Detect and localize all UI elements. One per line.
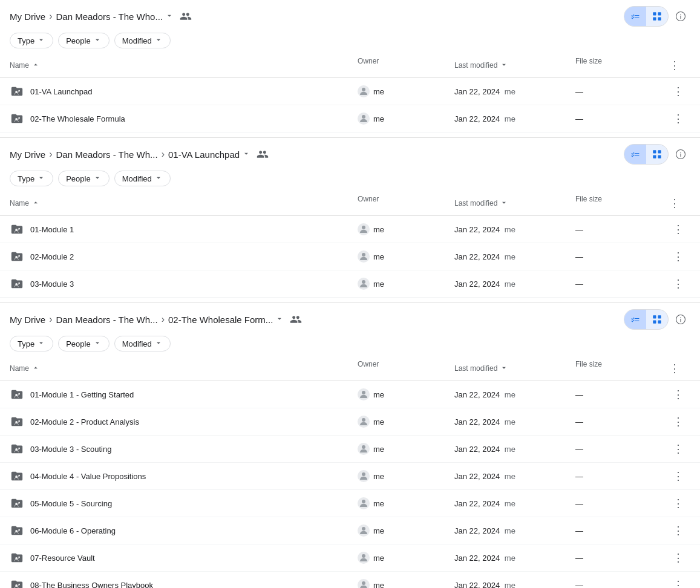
file-name: 01-VA Launchpad <box>30 87 92 96</box>
table-row[interactable]: 02-The Wholesale Formula me Jan 22, 2024… <box>0 105 700 132</box>
grid-view-button[interactable] <box>646 145 668 164</box>
owner-name: me <box>373 417 384 426</box>
breadcrumb-current[interactable]: 02-The Wholesale Form... <box>168 315 284 325</box>
type-filter-button[interactable]: Type <box>10 33 53 48</box>
list-view-button[interactable] <box>624 145 646 164</box>
cell-modified: Jan 22, 2024 me <box>454 87 575 96</box>
breadcrumb-part-1[interactable]: Dan Meadors - The Wh... <box>56 149 158 160</box>
cell-name: 02-Module 2 - Product Analysis <box>10 414 358 429</box>
table-row[interactable]: 01-Module 1 me Jan 22, 2024 me — ⋮ <box>0 216 700 243</box>
type-filter-button[interactable]: Type <box>10 171 53 186</box>
column-modified[interactable]: Last modified <box>454 57 575 74</box>
list-view-button[interactable] <box>624 7 646 26</box>
table-row[interactable]: 03-Module 3 me Jan 22, 2024 me — ⋮ <box>0 270 700 298</box>
breadcrumb-part-1[interactable]: Dan Meadors - The Wh... <box>56 315 158 325</box>
more-options-button[interactable]: ⋮ <box>670 386 687 403</box>
more-options-button[interactable]: ⋮ <box>670 522 687 539</box>
more-options-button[interactable]: ⋮ <box>670 468 687 485</box>
cell-filesize: — <box>575 279 666 289</box>
modified-filter-button[interactable]: Modified <box>114 336 171 351</box>
grid-view-button[interactable] <box>646 7 668 26</box>
table-row[interactable]: 05-Module 5 - Sourcing me Jan 22, 2024 m… <box>0 490 700 517</box>
more-options-button[interactable]: ⋮ <box>670 413 687 430</box>
more-options-button[interactable]: ⋮ <box>670 221 687 238</box>
info-button[interactable] <box>671 310 690 329</box>
column-name[interactable]: Name <box>10 360 358 377</box>
table-row[interactable]: 01-Module 1 - Getting Started me Jan 22,… <box>0 381 700 408</box>
breadcrumb-part-0[interactable]: My Drive <box>10 11 45 22</box>
modified-filter-button[interactable]: Modified <box>114 171 171 186</box>
more-options-button[interactable]: ⋮ <box>670 248 687 265</box>
sort-icon <box>31 60 40 71</box>
svg-point-55 <box>18 502 20 504</box>
column-actions: ⋮ <box>666 360 690 377</box>
header-more-button[interactable]: ⋮ <box>666 360 683 377</box>
svg-rect-5 <box>658 18 661 21</box>
breadcrumb-current[interactable]: 01-VA Launchpad <box>168 149 250 160</box>
people-filter-button[interactable]: People <box>58 171 109 186</box>
avatar <box>358 497 370 509</box>
cell-modified: Jan 22, 2024 me <box>454 279 575 289</box>
avatar <box>358 470 370 482</box>
owner-name: me <box>373 554 384 563</box>
svg-point-31 <box>18 283 20 284</box>
breadcrumb-part-0[interactable]: My Drive <box>10 149 45 160</box>
share-people-icon[interactable] <box>178 9 193 24</box>
info-button[interactable] <box>671 7 690 26</box>
table-row[interactable]: 08-The Business Owners Playbook me Jan 2… <box>0 572 700 588</box>
column-modified[interactable]: Last modified <box>454 195 575 212</box>
cell-more: ⋮ <box>666 386 690 403</box>
header-more-button[interactable]: ⋮ <box>666 195 683 212</box>
svg-point-25 <box>18 228 20 230</box>
breadcrumb-part-0[interactable]: My Drive <box>10 315 45 325</box>
more-options-button[interactable]: ⋮ <box>670 440 687 457</box>
table-row[interactable]: 03-Module 3 - Scouting me Jan 22, 2024 m… <box>0 436 700 463</box>
table-row[interactable]: 07-Resource Vault me Jan 22, 2024 me — ⋮ <box>0 544 700 572</box>
share-people-icon[interactable] <box>289 312 303 327</box>
list-view-button[interactable] <box>624 310 646 329</box>
people-filter-button[interactable]: People <box>58 336 109 351</box>
table-row[interactable]: 02-Module 2 - Product Analysis me Jan 22… <box>0 408 700 436</box>
sort-icon <box>31 364 40 374</box>
svg-rect-35 <box>653 315 656 318</box>
table-row[interactable]: 02-Module 2 me Jan 22, 2024 me — ⋮ <box>0 243 700 270</box>
cell-more: ⋮ <box>666 577 690 588</box>
more-options-button[interactable]: ⋮ <box>670 495 687 512</box>
cell-owner: me <box>358 85 454 97</box>
grid-view-button[interactable] <box>646 310 668 329</box>
more-options-button[interactable]: ⋮ <box>670 110 687 127</box>
svg-point-65 <box>362 581 365 585</box>
svg-point-43 <box>18 393 20 395</box>
svg-point-32 <box>362 280 365 284</box>
share-people-icon[interactable] <box>255 147 270 162</box>
view-toggle <box>624 309 669 330</box>
table-row[interactable]: 04-Module 4 - Value Propositions me Jan … <box>0 463 700 490</box>
cell-name: 08-The Business Owners Playbook <box>10 578 358 588</box>
info-button[interactable] <box>671 145 690 164</box>
more-options-button[interactable]: ⋮ <box>670 577 687 588</box>
cell-filesize: — <box>575 499 666 508</box>
people-filter-button[interactable]: People <box>58 33 109 48</box>
svg-point-10 <box>18 90 20 92</box>
more-options-button[interactable]: ⋮ <box>670 275 687 292</box>
table-row[interactable]: 01-VA Launchpad me Jan 22, 2024 me — ⋮ <box>0 78 700 105</box>
cell-more: ⋮ <box>666 549 690 566</box>
more-options-button[interactable]: ⋮ <box>670 549 687 566</box>
cell-more: ⋮ <box>666 522 690 539</box>
breadcrumb-current[interactable]: Dan Meadors - The Who... <box>56 11 174 22</box>
header-more-button[interactable]: ⋮ <box>666 57 683 74</box>
svg-point-52 <box>18 475 20 477</box>
column-name[interactable]: Name <box>10 57 358 74</box>
type-filter-button[interactable]: Type <box>10 336 53 351</box>
cell-name: 02-The Wholesale Formula <box>10 111 358 126</box>
folder-icon <box>10 222 24 237</box>
more-options-button[interactable]: ⋮ <box>670 83 687 100</box>
file-name: 07-Resource Vault <box>30 554 95 563</box>
table-row[interactable]: 06-Module 6 - Operating me Jan 22, 2024 … <box>0 517 700 544</box>
cell-more: ⋮ <box>666 248 690 265</box>
column-modified[interactable]: Last modified <box>454 360 575 377</box>
column-name[interactable]: Name <box>10 195 358 212</box>
column-filesize: File size <box>575 57 666 74</box>
modified-filter-button[interactable]: Modified <box>114 33 171 48</box>
svg-point-26 <box>362 226 365 229</box>
